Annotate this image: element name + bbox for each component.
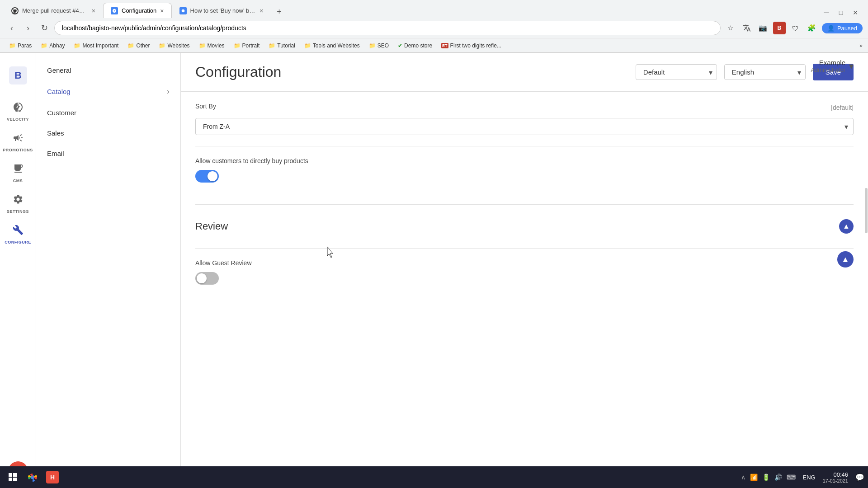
bookmark-most-important-label: Most Important xyxy=(82,42,118,49)
bookmark-star-icon[interactable]: ☆ xyxy=(724,22,737,34)
bagisto-logo[interactable]: B xyxy=(8,60,28,91)
bookmark-abhay[interactable]: 📁 Abhay xyxy=(37,42,68,50)
new-tab-button[interactable]: + xyxy=(273,5,286,18)
window-minimize[interactable]: ─ xyxy=(821,7,832,18)
cms-icon xyxy=(13,163,24,177)
bookmark-portrait-icon: 📁 xyxy=(234,42,241,49)
translate-icon[interactable] xyxy=(741,22,753,34)
bookmark-tutorial-label: Tutorial xyxy=(277,42,295,49)
scroll-to-top-button[interactable]: ▲ xyxy=(837,251,854,267)
tab-github-close[interactable]: × xyxy=(92,7,95,14)
nav-item-catalog-label: Catalog xyxy=(47,88,71,95)
address-input[interactable] xyxy=(54,21,721,35)
user-name: Example xyxy=(811,59,845,66)
tab-config-title: Configuration xyxy=(122,7,156,14)
velocity-icon xyxy=(13,102,24,115)
bookmark-first-two-digits[interactable]: ET First two digits refle... xyxy=(438,42,505,50)
bookmark-most-important[interactable]: 📁 Most Important xyxy=(70,42,122,50)
settings-label: SETTINGS xyxy=(7,209,29,214)
bookmark-movies-label: Movies xyxy=(208,42,225,49)
sidebar-item-promotions[interactable]: PROMOTIONS xyxy=(2,129,34,156)
review-section-header[interactable]: Review ▲ xyxy=(195,216,854,237)
locale-select[interactable]: English xyxy=(724,64,806,80)
profile-button[interactable]: 👤 Paused xyxy=(822,23,863,33)
tab-github[interactable]: Merge pull request #4337 from r... × xyxy=(4,3,103,18)
back-button[interactable]: ‹ xyxy=(5,22,18,34)
bookmark-tutorial[interactable]: 📁 Tutorial xyxy=(265,42,299,50)
tab-configuration[interactable]: Configuration × xyxy=(103,3,172,18)
extensions-icon[interactable]: 🧩 xyxy=(806,22,818,34)
system-tray-expand[interactable]: ∧ xyxy=(741,474,745,481)
nav-item-customer[interactable]: Customer xyxy=(36,103,180,123)
shield-icon[interactable]: 🛡 xyxy=(789,22,802,34)
bookmark-portrait[interactable]: 📁 Portrait xyxy=(230,42,264,50)
nav-item-catalog[interactable]: Catalog › xyxy=(36,80,180,103)
notification-icon[interactable]: 💬 xyxy=(855,473,864,482)
extension-icon[interactable]: B xyxy=(773,22,786,34)
bookmark-tools-and-websites[interactable]: 📁 Tools and Websites xyxy=(301,42,363,50)
sidebar-item-velocity[interactable]: VELOCITY xyxy=(2,98,34,125)
tab-github-favicon xyxy=(11,7,19,14)
nav-item-customer-label: Customer xyxy=(47,109,76,117)
page-title: Configuration xyxy=(195,64,281,80)
guest-review-toggle[interactable] xyxy=(195,272,219,285)
sort-by-select[interactable]: From A-Z From Z-A Newest First Oldest Fi… xyxy=(195,118,854,135)
review-collapse-button[interactable]: ▲ xyxy=(839,219,854,234)
bookmark-websites[interactable]: 📁 Websites xyxy=(155,42,193,50)
taskbar-app-secondary[interactable]: H xyxy=(43,468,61,486)
channel-select-wrapper: Default xyxy=(636,64,717,80)
nav-item-general[interactable]: General xyxy=(36,60,180,80)
user-info: Example Administrator ▾ xyxy=(811,59,854,73)
bookmark-demo-store[interactable]: ✔ Demo store xyxy=(394,42,436,50)
taskbar: H ∧ 📶 🔋 🔊 ⌨ ENG 00:46 17-01-2021 💬 xyxy=(0,466,868,488)
channel-select[interactable]: Default xyxy=(636,64,717,80)
sidebar: B VELOCITY PROMOTIONS CMS xyxy=(0,53,36,488)
bookmarks-more-button[interactable]: » xyxy=(859,42,863,49)
bookmark-movies-icon: 📁 xyxy=(199,42,206,49)
sidebar-item-cms[interactable]: CMS xyxy=(2,160,34,187)
nav-item-sales[interactable]: Sales xyxy=(36,123,180,143)
camera-icon[interactable]: 📷 xyxy=(757,22,769,34)
taskbar-start-button[interactable] xyxy=(4,468,22,486)
bookmark-other-icon: 📁 xyxy=(127,42,134,49)
tab-config-close[interactable]: × xyxy=(160,7,164,14)
battery-icon: 🔋 xyxy=(762,474,770,481)
scroll-thumb[interactable] xyxy=(865,188,868,233)
bookmark-digits-label: First two digits refle... xyxy=(450,42,501,49)
tab-buynow[interactable]: How to set 'Buy now' button alc... × xyxy=(172,3,271,18)
bookmark-websites-icon: 📁 xyxy=(159,42,165,49)
tab-buynow-close[interactable]: × xyxy=(259,7,263,14)
window-maximize[interactable]: □ xyxy=(835,7,846,18)
nav-item-general-label: General xyxy=(47,66,71,74)
reload-button[interactable]: ↻ xyxy=(38,22,51,34)
bookmark-paras[interactable]: 📁 Paras xyxy=(5,42,35,50)
bookmarks-bar: 📁 Paras 📁 Abhay 📁 Most Important 📁 Other… xyxy=(0,38,868,52)
sort-by-label: Sort By xyxy=(195,103,216,110)
system-tray: ∧ 📶 🔋 🔊 ⌨ xyxy=(741,474,796,481)
buy-products-toggle[interactable] xyxy=(195,170,219,183)
user-text: Example Administrator xyxy=(811,59,845,73)
nav-item-email[interactable]: Email xyxy=(36,143,180,164)
bookmark-seo-icon: 📁 xyxy=(369,42,376,49)
taskbar-right: ∧ 📶 🔋 🔊 ⌨ ENG 00:46 17-01-2021 💬 xyxy=(741,471,864,483)
bookmark-paras-label: Paras xyxy=(18,42,32,49)
sidebar-item-settings[interactable]: SETTINGS xyxy=(2,190,34,217)
tab-buynow-favicon xyxy=(179,7,187,14)
sidebar-item-configure[interactable]: CONFIGURE xyxy=(2,221,34,248)
bookmark-tutorial-icon: 📁 xyxy=(269,42,275,49)
guest-review-toggle-thumb xyxy=(197,273,207,283)
dropdown-arrow-icon[interactable]: ▾ xyxy=(849,61,854,71)
profile-label: Paused xyxy=(837,25,857,32)
tab-config-favicon xyxy=(111,7,118,14)
taskbar-chrome[interactable] xyxy=(24,468,42,486)
sort-by-select-wrapper: From A-Z From Z-A Newest First Oldest Fi… xyxy=(195,118,854,135)
configure-label: CONFIGURE xyxy=(5,240,31,244)
taskbar-date-value: 17-01-2021 xyxy=(823,478,848,483)
bookmark-movies[interactable]: 📁 Movies xyxy=(195,42,228,50)
bookmark-other[interactable]: 📁 Other xyxy=(124,42,153,50)
bookmark-seo[interactable]: 📁 SEO xyxy=(365,42,392,50)
toolbar-icons: ☆ 📷 B 🛡 🧩 👤 Paused xyxy=(724,22,863,34)
window-close[interactable]: × xyxy=(850,7,861,18)
main-header: Configuration Default English Save xyxy=(181,53,868,92)
forward-button[interactable]: › xyxy=(22,22,34,34)
